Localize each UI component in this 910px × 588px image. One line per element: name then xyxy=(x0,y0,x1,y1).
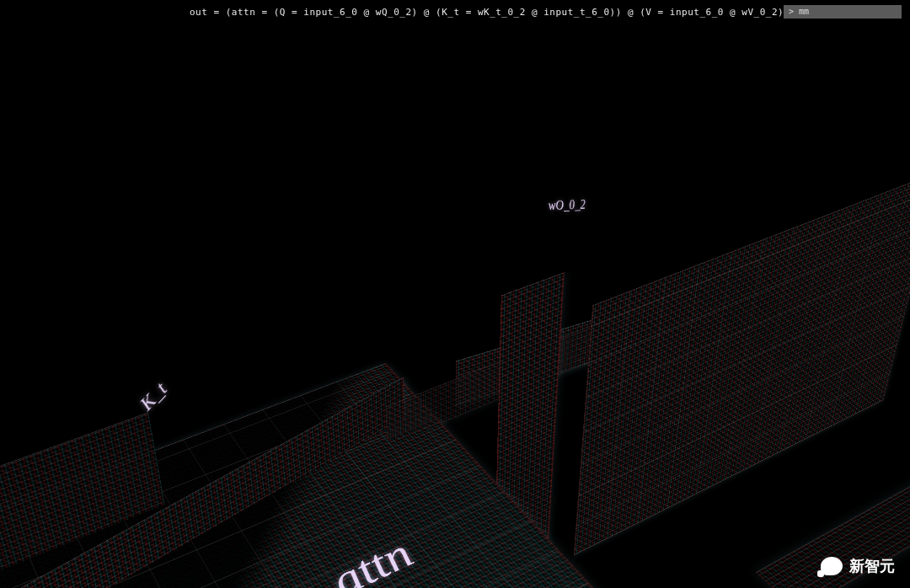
viewport[interactable]: out = (attn = (Q = input_6_0 @ wQ_0_2) @… xyxy=(0,0,910,588)
label-attn: attn xyxy=(321,532,423,588)
matrix-attn-at-v xyxy=(494,272,565,588)
watermark-text: 新智元 xyxy=(849,556,895,576)
3d-stage[interactable]: attn attn @ V out j = 768 K_t wO_0_2 V xyxy=(0,152,910,588)
matrix-out xyxy=(574,171,910,556)
formula-text: out = (attn = (Q = input_6_0 @ wQ_0_2) @… xyxy=(190,7,838,18)
label-wo: wO_0_2 xyxy=(548,197,586,213)
menu-dropdown[interactable]: > mm xyxy=(784,5,902,19)
watermark: 新智元 xyxy=(821,556,895,576)
wechat-icon xyxy=(821,557,843,575)
